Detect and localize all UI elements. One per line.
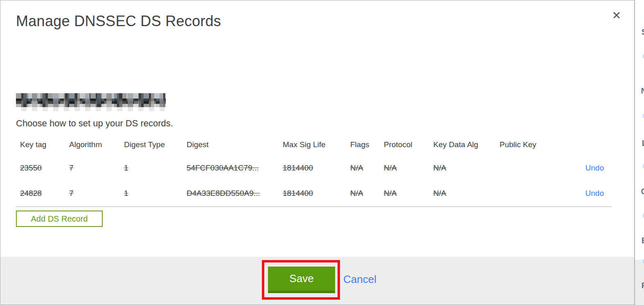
undo-link[interactable]: Undo [585,164,604,172]
background-text-fragment: o [642,161,644,170]
cell-max-sig-life: 1814400 [283,189,313,197]
column-header: Digest [182,136,279,155]
cell-key-tag: 24828 [20,189,42,197]
background-text-fragment: L [642,139,644,147]
column-header: Digest Type [120,136,182,155]
redacted-domain-name [16,93,166,109]
table-row: 24828 7 1 D4A33E8DD550A9... 1814400 N/A … [16,181,611,206]
add-ds-record-button[interactable]: Add DS Record [16,211,103,227]
cell-flags: N/A [350,164,363,172]
close-icon[interactable]: ✕ [612,10,621,21]
cell-algorithm: 7 [69,164,74,172]
cell-protocol: N/A [384,164,397,172]
instruction-text: Choose how to set up your DS records. [16,118,173,129]
background-text-fragment: o [642,111,644,119]
background-text-fragment: E [642,236,644,244]
background-page-sliver: SoNoLoCoEoP [635,0,644,305]
manage-dnssec-modal: Manage DNSSEC DS Records ✕ Choose how to… [0,0,635,305]
background-text-fragment: C [641,187,644,195]
annotation-highlight-rectangle: Save [262,260,340,300]
modal-footer: Save Cancel [0,257,634,305]
cell-digest-type: 1 [124,164,128,172]
cell-digest-type: 1 [124,189,128,197]
column-header: Key Data Alg [429,136,495,155]
background-text-fragment: S [642,28,644,36]
undo-link[interactable]: Undo [585,189,604,197]
column-header: Key tag [16,136,65,155]
table-header-row: Key tagAlgorithmDigest TypeDigestMax Sig… [16,136,611,155]
cancel-link[interactable]: Cancel [343,273,376,286]
cell-key-tag: 23550 [20,164,42,172]
cell-max-sig-life: 1814400 [283,164,313,172]
column-header: Algorithm [65,136,120,155]
ds-records-table: Key tagAlgorithmDigest TypeDigestMax Sig… [16,136,611,207]
column-header: Protocol [380,136,429,155]
cell-digest: 54FCF030AA1C79... [187,164,259,172]
modal-title: Manage DNSSEC DS Records [16,13,221,30]
background-text-fragment: N [641,87,644,95]
column-header-empty [552,136,611,155]
background-text-fragment: P [642,281,644,289]
cell-algorithm: 7 [69,189,74,197]
table-body: 23550 7 1 54FCF030AA1C79... 1814400 N/A … [16,155,611,206]
column-header: Public Key [495,136,552,155]
table-header: Key tagAlgorithmDigest TypeDigestMax Sig… [16,136,611,155]
cell-flags: N/A [350,189,363,197]
cell-digest: D4A33E8DD550A9... [187,189,260,197]
background-text-fragment: o [642,257,644,265]
save-button[interactable]: Save [268,267,335,293]
screen: SoNoLoCoEoP Manage DNSSEC DS Records ✕ C… [0,0,644,305]
cell-protocol: N/A [384,189,397,197]
cell-key-data-alg: N/A [433,164,446,172]
background-text-fragment: o [642,211,644,219]
column-header: Flags [346,136,380,155]
background-text-fragment: o [642,52,644,60]
cell-key-data-alg: N/A [433,189,446,197]
table-row: 23550 7 1 54FCF030AA1C79... 1814400 N/A … [16,155,611,181]
column-header: Max Sig Life [279,136,346,155]
